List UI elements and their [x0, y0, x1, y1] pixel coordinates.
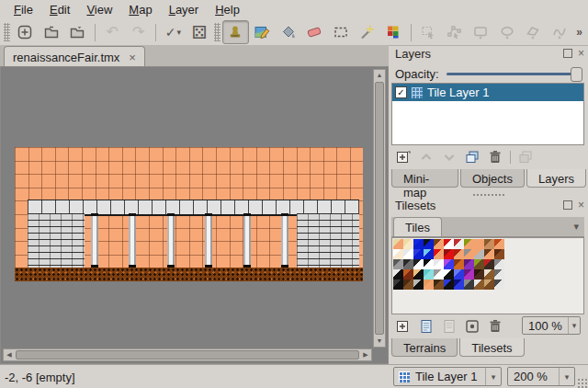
palette-tile[interactable]	[413, 249, 424, 259]
layer-row[interactable]: ✓Tile Layer 1	[392, 84, 583, 101]
palette-tile[interactable]	[484, 280, 494, 290]
menu-map[interactable]: Map	[120, 1, 160, 18]
palette-tile[interactable]	[403, 259, 413, 269]
palette-tile[interactable]	[393, 259, 403, 269]
close-panel-icon[interactable]: ×	[578, 48, 584, 59]
palette-tile[interactable]	[474, 259, 484, 269]
dock-tab-terrains[interactable]: Terrains	[391, 338, 458, 357]
palette-tile[interactable]	[454, 280, 464, 290]
palette-tile[interactable]	[454, 269, 464, 280]
palette-tile[interactable]	[393, 269, 403, 280]
insert-polygon-button[interactable]	[520, 20, 547, 44]
select-objects-button[interactable]	[415, 20, 442, 44]
close-panel-icon[interactable]: ×	[578, 200, 584, 211]
palette-tile[interactable]	[403, 280, 413, 290]
menu-help[interactable]: Help	[207, 1, 248, 18]
stamp-brush-button[interactable]	[222, 20, 249, 44]
palette-tile[interactable]	[403, 269, 413, 280]
insert-polyline-button[interactable]	[547, 20, 573, 44]
menu-layer[interactable]: Layer	[161, 1, 208, 18]
rect-select-button[interactable]	[328, 20, 355, 44]
scroll-left-icon[interactable]: ◀	[4, 349, 15, 360]
palette-tile[interactable]	[494, 280, 504, 290]
tileset-dropdown-icon[interactable]: ▾	[573, 221, 579, 233]
tileset-view[interactable]	[391, 237, 584, 314]
palette-tile[interactable]	[484, 239, 494, 249]
menu-file[interactable]: File	[6, 1, 41, 18]
open-map-button[interactable]	[39, 20, 65, 44]
palette-tile[interactable]	[474, 269, 484, 280]
export-tileset-button[interactable]	[439, 317, 459, 336]
magic-wand-button[interactable]	[354, 20, 380, 44]
palette-tile[interactable]	[444, 280, 454, 290]
palette-tile[interactable]	[484, 249, 494, 259]
palette-tile[interactable]	[464, 239, 474, 249]
horizontal-scroll-thumb[interactable]	[16, 350, 359, 359]
palette-tile[interactable]	[424, 259, 434, 269]
palette-tile[interactable]	[444, 269, 454, 280]
float-panel-icon[interactable]	[563, 200, 572, 210]
palette-tile[interactable]	[454, 259, 464, 269]
palette-tile[interactable]	[494, 269, 504, 280]
commit-check-button[interactable]: ✓▾	[160, 20, 187, 44]
palette-tile[interactable]	[474, 249, 484, 259]
tileset-properties-button[interactable]	[462, 317, 482, 336]
opacity-slider[interactable]	[447, 66, 582, 81]
duplicate-layer-button[interactable]	[462, 148, 482, 166]
palette-tile[interactable]	[424, 269, 434, 280]
vertical-scrollbar[interactable]: ▲ ▼	[373, 69, 386, 348]
palette-tile[interactable]	[434, 249, 444, 259]
layer-visibility-checkbox[interactable]: ✓	[395, 86, 407, 98]
same-tile-select-button[interactable]	[380, 20, 407, 44]
palette-tile[interactable]	[484, 269, 494, 280]
new-tileset-button[interactable]	[393, 317, 413, 336]
undo-button[interactable]: ↶	[99, 20, 126, 44]
palette-tile[interactable]	[494, 259, 504, 269]
palette-tile[interactable]	[413, 259, 424, 269]
palette-tile[interactable]	[444, 259, 454, 269]
palette-tile[interactable]	[413, 269, 424, 280]
palette-tile[interactable]	[393, 239, 403, 249]
window-resize-grip[interactable]	[577, 378, 587, 388]
palette-tile[interactable]	[434, 239, 444, 249]
menu-edit[interactable]: Edit	[41, 1, 78, 18]
palette-tile[interactable]	[434, 269, 444, 280]
toolbar-grip[interactable]	[214, 23, 220, 41]
palette-tile[interactable]	[434, 259, 444, 269]
palette-tile[interactable]	[464, 269, 474, 280]
toolbar-overflow-icon[interactable]: »	[572, 26, 586, 39]
map-zoom-select[interactable]: 200 % ▾	[507, 367, 575, 386]
palette-tile[interactable]	[464, 259, 474, 269]
palette-tile[interactable]	[403, 239, 413, 249]
palette-tile[interactable]	[444, 249, 454, 259]
map-view[interactable]	[15, 147, 363, 281]
palette-tile[interactable]	[413, 280, 424, 290]
tab-tiles[interactable]: Tiles	[393, 217, 442, 236]
redo-button[interactable]: ↷	[125, 20, 152, 44]
palette-tile[interactable]	[424, 280, 434, 290]
random-dice-button[interactable]: ⚄	[187, 20, 213, 44]
lower-layer-button[interactable]	[439, 148, 459, 166]
terrain-brush-button[interactable]	[249, 20, 276, 44]
horizontal-scrollbar[interactable]: ◀ ▶	[3, 348, 372, 361]
palette-tile[interactable]	[454, 249, 464, 259]
eraser-button[interactable]	[301, 20, 328, 44]
edit-polygons-button[interactable]	[441, 20, 468, 44]
remove-layer-button[interactable]	[485, 148, 505, 166]
toolbar-grip[interactable]	[4, 23, 10, 41]
palette-tile[interactable]	[494, 249, 504, 259]
tileset-zoom-select[interactable]: 100 % ▾	[522, 316, 581, 335]
palette-tile[interactable]	[474, 280, 484, 290]
close-icon[interactable]: ×	[129, 51, 136, 64]
embed-tileset-button[interactable]	[416, 317, 436, 336]
scroll-down-icon[interactable]: ▼	[374, 336, 385, 347]
bucket-fill-button[interactable]	[275, 20, 301, 44]
palette-tile[interactable]	[454, 239, 464, 249]
dock-tab-layers[interactable]: Layers	[526, 169, 586, 188]
map-canvas[interactable]: ▲ ▼ ◀ ▶	[0, 66, 389, 364]
dock-tab-tilesets[interactable]: Tilesets	[459, 338, 524, 357]
palette-tile[interactable]	[484, 259, 494, 269]
palette-tile[interactable]	[393, 280, 403, 290]
opacity-slider-handle[interactable]	[571, 67, 582, 82]
insert-ellipse-button[interactable]	[493, 20, 520, 44]
